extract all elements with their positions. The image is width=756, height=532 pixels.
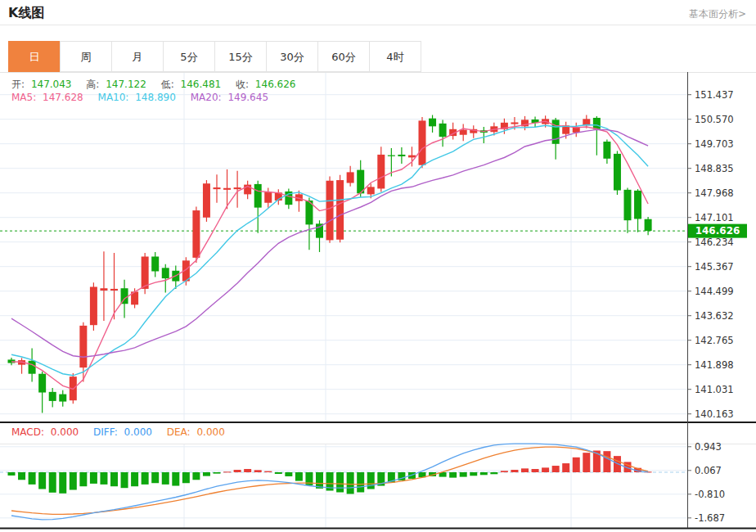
macd-hist-bar <box>532 469 539 472</box>
macd-hist-bar <box>254 470 262 472</box>
candle-body <box>110 289 118 291</box>
candle-body <box>367 187 375 194</box>
macd-hist-bar <box>542 467 549 472</box>
macd-hist-bar <box>316 472 323 489</box>
price-tick-label: 147.101 <box>695 212 734 223</box>
price-tick-label: 144.499 <box>695 286 734 297</box>
candle-body <box>645 219 652 231</box>
macd-tick-label: 0.067 <box>695 465 722 476</box>
macd-hist-bar <box>470 472 477 476</box>
macd-hist-bar <box>244 469 251 472</box>
ma-readout: MA5: 147.628 MA10: 148.890 MA20: 149.645 <box>11 92 272 103</box>
macd-label: MACD: <box>11 426 44 438</box>
candle-body <box>336 180 344 240</box>
macd-hist-bar <box>8 472 16 476</box>
price-tick-label: 147.968 <box>695 187 734 199</box>
candle-body <box>38 374 46 393</box>
macd-hist-bar <box>511 470 518 472</box>
macd-hist-bar <box>172 472 179 486</box>
candle-body <box>624 190 632 220</box>
candle-body <box>234 187 241 189</box>
macd-hist-bar <box>70 472 77 490</box>
price-tick-label: 142.765 <box>695 335 734 346</box>
macd-hist-bar <box>367 472 375 489</box>
candle-body <box>603 142 610 159</box>
macd-hist-bar <box>295 472 303 481</box>
price-tick-label: 140.163 <box>695 408 734 420</box>
macd-hist-bar <box>234 470 241 472</box>
macd-hist-bar <box>18 472 25 480</box>
macd-hist-bar <box>121 472 128 488</box>
candle-body <box>460 129 467 134</box>
candle-body <box>100 288 107 291</box>
ma5-line <box>11 121 648 389</box>
macd-hist-bar <box>347 472 354 494</box>
dea-value: 0.000 <box>196 426 224 438</box>
candle-body <box>90 286 97 325</box>
macd-hist-bar <box>490 472 497 474</box>
candle-body <box>377 155 385 189</box>
price-tick-label: 141.031 <box>695 384 734 395</box>
macd-hist-bar <box>90 472 97 484</box>
ma5-value: 147.628 <box>43 92 83 103</box>
macd-hist-bar <box>29 472 36 485</box>
candle-body <box>388 156 395 156</box>
macd-hist-bar <box>142 472 149 485</box>
candle-body <box>162 268 169 278</box>
candle-body <box>326 181 334 241</box>
macd-hist-bar <box>336 472 344 492</box>
macd-readout: MACD: 0.000 DIFF: 0.000 DEA: 0.000 <box>11 426 228 438</box>
macd-hist-bar <box>79 472 87 486</box>
candle-body <box>419 120 426 165</box>
macd-hist-bar <box>151 472 159 483</box>
candle-body <box>439 124 447 137</box>
price-tick-label: 150.570 <box>695 114 734 125</box>
ma5-label: MA5: <box>11 92 36 103</box>
macd-hist-bar <box>100 472 107 485</box>
candle-body <box>511 122 518 124</box>
macd-hist-bar <box>521 468 529 472</box>
candle-body <box>408 156 416 158</box>
ohlc-close-label: 收: <box>236 79 249 90</box>
macd-hist-bar <box>285 472 292 476</box>
candle-body <box>347 172 354 183</box>
macd-hist-bar <box>203 472 210 476</box>
macd-hist-bar <box>214 472 221 474</box>
candle-body <box>634 191 641 219</box>
candle-body <box>254 184 262 208</box>
macd-hist-bar <box>603 451 610 472</box>
macd-value: 0.000 <box>51 426 79 438</box>
macd-hist-bar <box>583 453 590 472</box>
macd-hist-bar <box>110 472 118 486</box>
macd-hist-bar <box>480 472 488 475</box>
candle-body <box>79 326 87 367</box>
macd-hist-bar <box>182 472 190 483</box>
ma20-value: 149.645 <box>227 92 268 103</box>
macd-tick-label: -1.687 <box>695 512 725 524</box>
price-tick-label: 145.367 <box>695 261 734 273</box>
ma10-value: 148.890 <box>135 92 176 103</box>
candle-body <box>59 394 66 402</box>
macd-hist-bar <box>192 472 200 480</box>
ohlc-open-label: 开: <box>11 79 25 90</box>
candle-body <box>264 192 272 203</box>
price-tick-label: 146.234 <box>695 237 734 248</box>
macd-hist-bar <box>573 458 580 472</box>
macd-hist-bar <box>460 472 467 477</box>
candle-body <box>49 392 56 401</box>
ohlc-readout: 开: 147.043 高: 147.122 低: 146.481 收: 146.… <box>11 78 299 92</box>
ohlc-open-value: 147.043 <box>31 79 72 90</box>
candle-body <box>593 118 601 129</box>
candle-body <box>151 256 159 271</box>
price-tick-label: 143.632 <box>695 310 734 322</box>
ohlc-low-label: 低: <box>161 79 174 90</box>
ohlc-close-value: 146.626 <box>255 79 296 90</box>
candle-body <box>398 155 405 156</box>
macd-hist-bar <box>562 463 569 472</box>
candle-body <box>552 119 560 143</box>
macd-hist-bar <box>162 472 169 485</box>
macd-tick-label: 0.943 <box>695 441 722 453</box>
kline-widget: K线图 基本面分析> 日 周 月 5分 15分 30分 60分 4时 151.4… <box>0 0 756 532</box>
diff-value: 0.000 <box>124 426 152 438</box>
current-price-tag-value: 146.626 <box>695 225 740 237</box>
